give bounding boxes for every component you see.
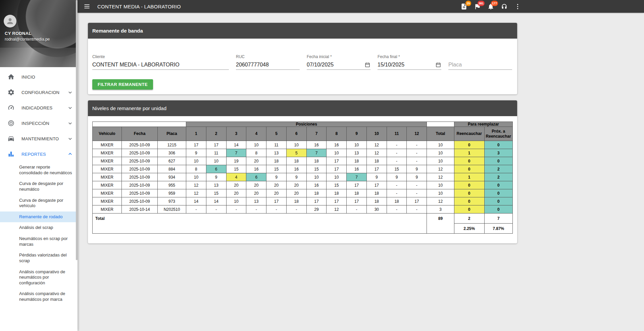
cell: -: [387, 189, 407, 197]
more-icon[interactable]: [514, 3, 521, 10]
table-card-title: Niveles de remanente por unidad: [88, 100, 517, 116]
column-header: 8: [327, 127, 347, 141]
table-row: MIXER2025-10-098848615161516151716171591…: [93, 165, 513, 173]
submenu-item[interactable]: Remanente de rodado: [0, 211, 78, 223]
submenu-item[interactable]: Análisis comparativo de neumáticos por m…: [0, 288, 78, 305]
cell: N202510: [157, 205, 186, 214]
blank-header: [427, 122, 454, 127]
submenu-item[interactable]: Curva de desgaste por neumático: [0, 178, 78, 195]
hamburger-menu-icon[interactable]: [84, 3, 90, 10]
submenu-item[interactable]: Análisis del scrap: [0, 222, 78, 233]
documents-icon[interactable]: 25: [460, 3, 467, 10]
cell: 4: [226, 173, 246, 181]
cell: 20: [286, 189, 306, 197]
cell: 18: [306, 157, 327, 165]
cell: 14: [206, 197, 226, 205]
cell: 10: [206, 157, 226, 165]
table-row: MIXER2025-10-0995512132020202016151717--…: [93, 181, 513, 189]
notifications-icon[interactable]: 177: [487, 3, 494, 10]
sidebar-item-inspeccion[interactable]: INSPECCIÓN: [0, 115, 78, 131]
field-label: Cliente: [92, 54, 229, 59]
cliente-input[interactable]: CONTENT MEDIA - LABORATORIO: [92, 60, 229, 70]
cell: 0: [454, 157, 484, 165]
placa-input[interactable]: Placa: [448, 60, 512, 70]
cell: 2025-10-09: [122, 189, 158, 197]
calendar-icon[interactable]: [364, 62, 370, 68]
cell: 7: [306, 149, 327, 157]
cell: 17: [366, 165, 387, 173]
cell: -: [407, 205, 427, 214]
total-label: Total: [93, 214, 427, 234]
cell: 20: [266, 189, 287, 197]
cell: 10: [427, 141, 454, 149]
column-header: 1: [186, 127, 206, 141]
filter-button[interactable]: FILTRAR REMANENTE: [92, 79, 153, 90]
cell: 20: [226, 189, 246, 197]
column-header: 11: [387, 127, 407, 141]
chart-icon: [7, 150, 15, 158]
cell: 10: [327, 173, 347, 181]
cell: 0: [454, 205, 484, 214]
cell: 9: [286, 173, 306, 181]
sidebar-item-label: REPORTES: [21, 152, 67, 157]
sidebar-item-label: INSPECCIÓN: [21, 121, 67, 126]
flags-icon[interactable]: 381: [474, 3, 481, 10]
calendar-icon[interactable]: [435, 62, 441, 68]
cell: 18: [266, 157, 287, 165]
cell: 8: [246, 149, 266, 157]
ruc-input[interactable]: 20607777048: [236, 60, 300, 70]
submenu-item[interactable]: Neumáticos en scrap por marcas: [0, 233, 78, 250]
sidebar-item-configuracion[interactable]: CONFIGURACION: [0, 85, 78, 100]
total-value: 89: [427, 214, 454, 234]
sidebar-item-indicadores[interactable]: INDICADORES: [0, 100, 78, 115]
cell: 20: [246, 189, 266, 197]
support-icon[interactable]: [500, 3, 508, 10]
cell: 18: [387, 197, 407, 205]
cell: 10: [347, 141, 367, 149]
sidebar-item-inicio[interactable]: INICIO: [0, 69, 78, 85]
submenu-item[interactable]: Generar reporte consolidado de neumático…: [0, 162, 78, 178]
cell: -: [387, 205, 407, 214]
cell: 16: [347, 165, 367, 173]
cell: 18: [366, 189, 387, 197]
table-wrap: Posiciones Para reemplazar VehículoFecha…: [88, 116, 517, 243]
cell: 10: [306, 173, 327, 181]
cell: 17: [327, 165, 347, 173]
submenu-item[interactable]: Análisis comparativo de neumáticos por c…: [0, 267, 78, 289]
cell: 12: [427, 197, 454, 205]
submenu-item[interactable]: Pérdidas valorizadas del scrap: [0, 250, 78, 266]
cell: 14: [186, 197, 206, 205]
cell: MIXER: [93, 173, 122, 181]
column-header: Fecha: [122, 127, 158, 141]
column-header: Vehículo: [93, 127, 122, 141]
filter-card-title: Remanente de banda: [88, 23, 517, 39]
column-header: Total: [427, 127, 454, 141]
sidebar-item-reportes[interactable]: REPORTES: [0, 146, 78, 162]
cell: MIXER: [93, 189, 122, 197]
cell: -: [407, 189, 427, 197]
cell: 2: [484, 165, 512, 173]
cell: 17: [347, 197, 367, 205]
cell: 9: [186, 149, 206, 157]
submenu-item[interactable]: Curva de desgaste por vehículo: [0, 195, 78, 211]
fecha-final-input[interactable]: 15/10/2025: [378, 60, 441, 70]
avatar[interactable]: [4, 15, 16, 28]
cell: 17: [306, 197, 327, 205]
fecha-inicial-input[interactable]: 07/10/2025: [307, 60, 370, 70]
positions-group-header: Posiciones: [186, 122, 427, 127]
cell: 10: [427, 181, 454, 189]
cell: -: [407, 141, 427, 149]
cell: 17: [327, 197, 347, 205]
cell: 934: [157, 173, 186, 181]
cell: 0: [454, 181, 484, 189]
cell: 0: [454, 189, 484, 197]
cell: 10: [286, 141, 306, 149]
sidebar-item-mantenimiento[interactable]: MANTENIMIENTO: [0, 131, 78, 146]
cell: 13: [347, 149, 367, 157]
sidebar-scrollbar[interactable]: [76, 0, 78, 260]
field-fecha-final: Fecha final *15/10/2025: [378, 54, 441, 70]
chevron-down-icon: [67, 104, 73, 111]
cell: 8: [186, 165, 206, 173]
cell: -: [387, 181, 407, 189]
cell: 18: [286, 197, 306, 205]
